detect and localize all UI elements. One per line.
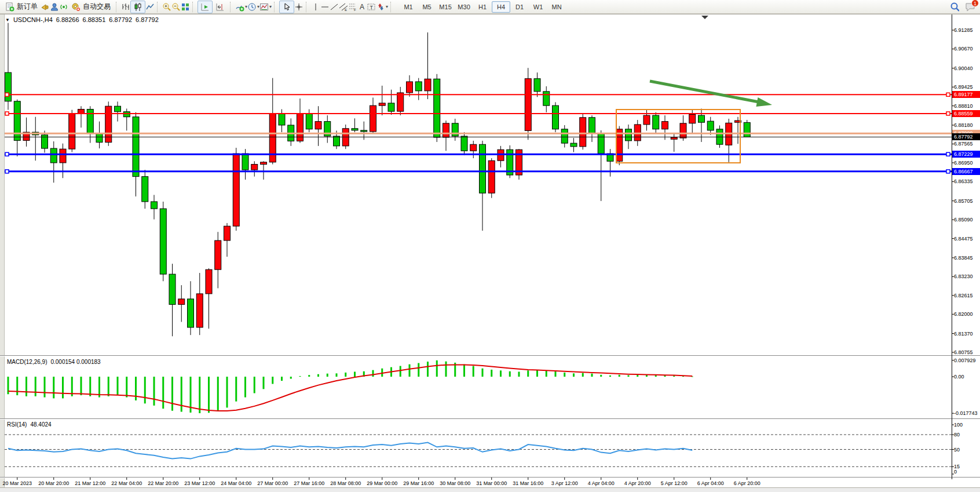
hline-handle [946, 170, 950, 173]
timeframe-h4[interactable]: H4 [492, 1, 510, 13]
macd-bar [290, 377, 292, 379]
templates-dropdown-caret[interactable]: ▾ [269, 4, 272, 9]
new-order-icon [5, 2, 14, 12]
zoom-in-icon[interactable] [162, 2, 171, 12]
hline-handle [5, 152, 9, 156]
price-axis-tick: 6.86335 [954, 178, 973, 184]
timeframe-w1[interactable]: W1 [529, 1, 547, 13]
chat-button[interactable]: 1 [965, 2, 977, 12]
candle-body [662, 122, 668, 129]
vline-icon[interactable] [311, 2, 320, 12]
macd-bar [44, 377, 46, 398]
rsi-axis-tick: 0 [954, 469, 957, 475]
candle-body [196, 294, 203, 327]
candlestick-chart-button[interactable] [130, 1, 145, 13]
macd-bar [582, 373, 584, 377]
price-badge: 6.88559 [952, 110, 980, 117]
toolbar-separator [274, 2, 277, 12]
macd-bar [427, 362, 429, 377]
hline-icon[interactable] [320, 2, 330, 12]
candle-body [206, 269, 212, 294]
zoom-out-icon[interactable] [171, 2, 181, 12]
autoscroll-button[interactable] [198, 1, 213, 13]
new-order-button[interactable]: 新订单 [2, 1, 41, 13]
new-order-label: 新订单 [17, 2, 38, 12]
timeframe-m1[interactable]: M1 [399, 1, 418, 13]
macd-bar [463, 365, 465, 377]
candle-body [14, 101, 20, 141]
templates-icon[interactable] [259, 2, 269, 12]
timeframe-m5[interactable]: M5 [418, 1, 436, 13]
timeframe-m15[interactable]: M15 [436, 1, 455, 13]
candle-body [261, 162, 267, 165]
macd-bar [226, 377, 228, 407]
fibonacci-icon[interactable]: F [348, 2, 357, 12]
search-icon[interactable] [950, 2, 959, 12]
arrows-icon[interactable] [376, 2, 385, 12]
chart-shift-button[interactable] [213, 1, 228, 13]
trendline-icon[interactable] [330, 2, 339, 12]
candle-body [461, 136, 467, 151]
macd-bar [619, 375, 620, 377]
line-chart-icon[interactable] [145, 2, 155, 12]
candle-body [169, 274, 175, 304]
low-value: 6.87792 [109, 16, 132, 23]
label-icon[interactable]: T [367, 2, 376, 12]
macd-signal-line [8, 365, 692, 411]
svg-text:A: A [360, 3, 364, 11]
market-watch-icon[interactable] [50, 2, 59, 12]
toolbar-right: 1 [950, 0, 977, 14]
macd-bar [299, 376, 301, 377]
signal-icon[interactable] [59, 2, 68, 12]
macd-bar [53, 377, 54, 398]
cursor-button[interactable] [279, 1, 294, 13]
candle-body [397, 93, 404, 111]
timeframe-d1[interactable]: D1 [510, 1, 529, 13]
periods-icon[interactable] [247, 2, 257, 12]
arrows-dropdown-caret[interactable]: ▾ [386, 4, 388, 9]
timeframe-m30[interactable]: M30 [455, 1, 473, 13]
macd-bar [254, 377, 255, 393]
trend-arrow-shaft [650, 81, 759, 102]
candle-body [470, 144, 477, 151]
hline-handle [946, 112, 950, 115]
chart-plot[interactable] [0, 0, 980, 492]
macd-bar [217, 377, 219, 411]
macd-bar [418, 363, 419, 377]
price-axis-tick: 6.85090 [954, 217, 973, 223]
macd-bar [144, 377, 146, 403]
candle-body [571, 143, 577, 147]
autotrading-button[interactable]: 自动交易 [68, 1, 114, 13]
price-axis-tick: 6.90670 [954, 46, 973, 52]
tile-windows-icon[interactable] [181, 2, 190, 12]
candle-body [133, 117, 139, 177]
horn-icon[interactable] [41, 2, 50, 12]
macd-bar [573, 373, 575, 377]
bar-chart-icon[interactable] [121, 2, 130, 12]
trend-arrow-head [756, 97, 773, 107]
candle-body [251, 165, 258, 170]
macd-bar [235, 377, 237, 402]
toolbar-separator [157, 2, 160, 12]
text-icon[interactable]: A [357, 2, 367, 12]
price-axis-tick: 6.83230 [954, 274, 973, 279]
collapse-arrow-icon[interactable]: ▼ [5, 17, 10, 23]
toolbar-separator [390, 2, 393, 12]
candle-body [50, 148, 57, 163]
chart-shift-icon [215, 2, 225, 12]
crosshair-icon[interactable] [294, 2, 303, 12]
macd-bar [536, 370, 538, 377]
timeframe-mn[interactable]: MN [547, 1, 566, 13]
timeframe-h1[interactable]: H1 [473, 1, 492, 13]
indicators-icon[interactable] [235, 2, 244, 12]
price-axis-tick: 6.81370 [954, 331, 973, 337]
hline-handle [5, 93, 9, 96]
macd-bar [354, 371, 356, 377]
candle-body [379, 103, 385, 105]
macd-bar [25, 377, 27, 396]
svg-text:F: F [354, 8, 356, 12]
hline-handle [946, 93, 950, 96]
timeframe-group: M1M5M15M30H1H4D1W1MN [399, 1, 566, 13]
macd-bar [445, 362, 447, 377]
channel-icon[interactable]: E [339, 2, 348, 12]
